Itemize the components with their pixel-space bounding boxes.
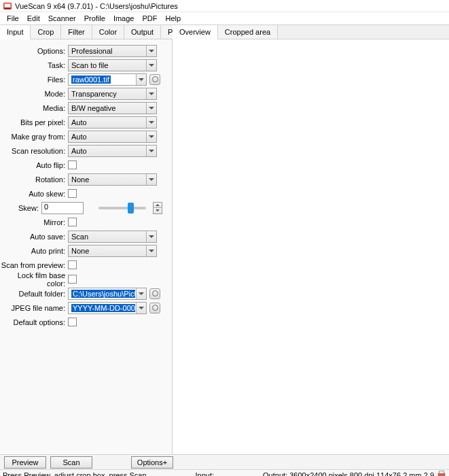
spinner-down-icon[interactable] <box>154 208 162 214</box>
combo-media[interactable]: B/W negative <box>68 102 157 114</box>
checkbox-autoskew[interactable] <box>68 189 77 198</box>
combo-jpeg[interactable]: YYYY-MM-DD-0001+.jpg <box>68 302 147 314</box>
preview-button[interactable]: Preview <box>4 456 46 469</box>
checkbox-autoflip[interactable] <box>68 160 77 169</box>
tab-crop[interactable]: Crop <box>31 25 61 39</box>
label-bits: Bits per pixel: <box>0 118 68 126</box>
chevron-down-icon <box>146 103 156 114</box>
chevron-down-icon <box>146 174 156 185</box>
checkbox-defopts[interactable] <box>68 318 77 326</box>
label-autoskew: Auto skew: <box>0 190 68 198</box>
combo-options[interactable]: Professional <box>68 45 157 57</box>
svg-rect-1 <box>5 3 11 7</box>
app-icon <box>3 1 12 11</box>
combo-bits[interactable]: Auto <box>68 116 157 129</box>
files-at-button[interactable] <box>149 74 160 85</box>
tab-input[interactable]: Input <box>0 25 31 39</box>
label-mode: Mode: <box>0 90 68 98</box>
chevron-down-icon <box>146 131 156 142</box>
menu-pdf[interactable]: PDF <box>138 14 161 23</box>
checkbox-lockfilm[interactable] <box>68 275 77 284</box>
label-options: Options: <box>0 47 68 55</box>
chevron-down-icon <box>146 146 156 156</box>
tab-overview[interactable]: Overview <box>173 25 218 39</box>
combo-mode[interactable]: Transparency <box>68 88 157 100</box>
chevron-down-icon <box>146 46 156 56</box>
window-title: VueScan 9 x64 (9.7.01) - C:\Users\joshu\… <box>15 2 178 10</box>
label-files: Files: <box>0 75 68 84</box>
menu-help[interactable]: Help <box>161 14 185 23</box>
chevron-down-icon <box>146 245 156 256</box>
combo-gray[interactable]: Auto <box>68 131 157 143</box>
svg-rect-4 <box>439 471 444 473</box>
combo-rotation[interactable]: None <box>68 173 157 186</box>
chevron-down-icon <box>146 88 156 99</box>
label-skew: Skew: <box>0 204 41 212</box>
combo-autoprint[interactable]: None <box>68 245 157 257</box>
label-autoflip: Auto flip: <box>0 161 68 169</box>
tab-output[interactable]: Output <box>124 25 161 39</box>
status-left: Press Preview, adjust crop box, press Sc… <box>3 471 147 477</box>
checkbox-scanprev[interactable] <box>68 260 77 269</box>
tab-filter[interactable]: Filter <box>61 25 92 39</box>
label-scanprev: Scan from preview: <box>0 261 68 269</box>
right-panel: Overview Cropped area <box>173 25 449 454</box>
label-folder: Default folder: <box>0 290 68 298</box>
chevron-down-icon <box>146 231 156 242</box>
label-task: Task: <box>0 61 68 69</box>
combo-res[interactable]: Auto <box>68 145 157 157</box>
tab-cropped[interactable]: Cropped area <box>218 25 278 39</box>
main-split: Input Crop Filter Color Output Prefs Opt… <box>0 24 449 454</box>
menu-edit[interactable]: Edit <box>23 14 44 23</box>
combo-task[interactable]: Scan to file <box>68 59 157 71</box>
slider-thumb[interactable] <box>128 203 134 214</box>
scan-button[interactable]: Scan <box>50 456 92 469</box>
folder-at-button[interactable] <box>149 288 160 299</box>
status-right: Output: 3600x2400 pixels 800 dpi 114x76.… <box>263 470 446 477</box>
spinner-skew[interactable] <box>153 202 162 214</box>
label-autoprint: Auto print: <box>0 247 68 255</box>
left-panel: Input Crop Filter Color Output Prefs Opt… <box>0 25 173 454</box>
slider-skew[interactable] <box>98 207 146 209</box>
chevron-down-icon <box>136 74 146 85</box>
input-skew[interactable]: 0 <box>41 202 84 214</box>
menu-scanner[interactable]: Scanner <box>44 14 80 23</box>
checkbox-mirror[interactable] <box>68 218 77 226</box>
preview-pane <box>173 39 449 454</box>
right-tabs: Overview Cropped area <box>173 25 449 39</box>
chevron-down-icon <box>136 288 146 299</box>
label-rotation: Rotation: <box>0 175 68 184</box>
combo-autosave[interactable]: Scan <box>68 231 157 243</box>
combo-folder[interactable]: C:\Users\joshu\Pictures <box>68 288 147 300</box>
label-defopts: Default options: <box>0 318 68 326</box>
status-bar: Press Preview, adjust crop box, press Sc… <box>0 469 449 476</box>
form-area: Options:Professional Task:Scan to file F… <box>0 39 172 454</box>
label-lockfilm: Lock film base color: <box>0 271 68 288</box>
chevron-down-icon <box>136 303 146 313</box>
tab-color[interactable]: Color <box>92 25 124 39</box>
menu-image[interactable]: Image <box>109 14 139 23</box>
options-plus-button[interactable]: Options+ <box>131 456 173 469</box>
label-gray: Make gray from: <box>0 133 68 141</box>
chevron-down-icon <box>146 60 156 71</box>
chevron-down-icon <box>146 117 156 128</box>
label-jpeg: JPEG file name: <box>0 304 68 312</box>
titlebar: VueScan 9 x64 (9.7.01) - C:\Users\joshu\… <box>0 0 449 12</box>
label-mirror: Mirror: <box>0 218 68 226</box>
combo-files[interactable]: raw0001.tif <box>68 73 147 86</box>
jpeg-at-button[interactable] <box>149 303 160 313</box>
printer-icon <box>437 470 446 477</box>
menu-profile[interactable]: Profile <box>80 14 109 23</box>
menubar: File Edit Scanner Profile Image PDF Help <box>0 12 449 24</box>
svg-rect-2 <box>5 7 11 8</box>
spinner-up-icon[interactable] <box>154 203 162 209</box>
label-media: Media: <box>0 104 68 112</box>
menu-file[interactable]: File <box>3 14 23 23</box>
label-res: Scan resolution: <box>0 147 68 155</box>
label-autosave: Auto save: <box>0 233 68 241</box>
status-mid: Input: <box>147 471 264 477</box>
footer-buttons: Preview Scan Options+ <box>0 454 449 469</box>
left-tabs: Input Crop Filter Color Output Prefs <box>0 25 172 39</box>
